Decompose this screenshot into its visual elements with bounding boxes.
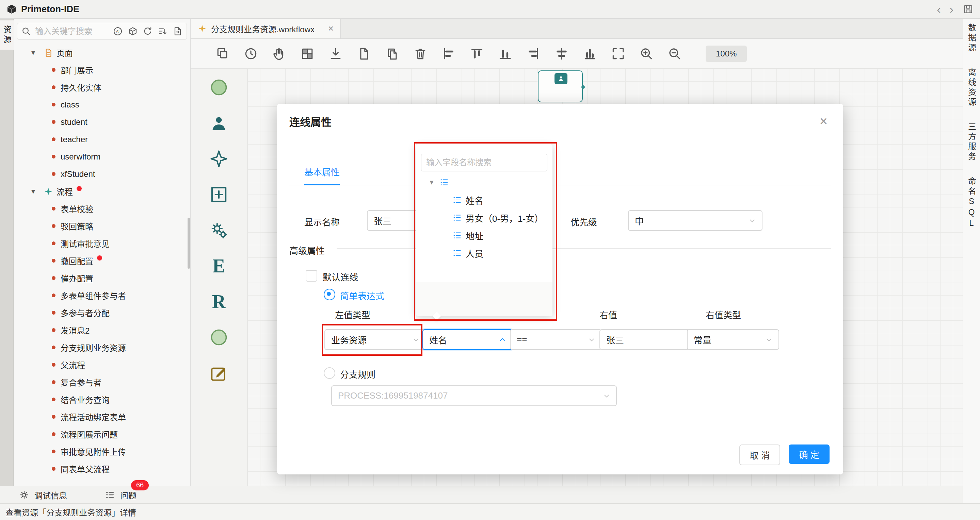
dialog-close-icon[interactable]: × bbox=[820, 114, 827, 129]
note-node[interactable] bbox=[206, 360, 231, 386]
cancel-button[interactable]: 取 消 bbox=[739, 444, 780, 465]
ok-button[interactable]: 确 定 bbox=[789, 444, 830, 464]
tree-item[interactable]: student bbox=[31, 113, 190, 131]
sort-icon[interactable] bbox=[157, 26, 168, 37]
tab-basic-properties[interactable]: 基本属性 bbox=[304, 165, 340, 185]
tree-item[interactable]: 结合业务查询 bbox=[31, 391, 190, 408]
checker-icon[interactable] bbox=[300, 46, 315, 61]
align-right-icon[interactable] bbox=[526, 46, 541, 61]
tree-item[interactable]: xfStudent bbox=[31, 165, 190, 182]
tree-group-页面[interactable]: ▾页面 bbox=[31, 44, 190, 61]
resource-node[interactable]: R bbox=[206, 289, 231, 314]
add-activity-node[interactable] bbox=[206, 182, 231, 207]
node-port[interactable] bbox=[581, 86, 585, 89]
branch-rule-radio[interactable] bbox=[324, 367, 335, 379]
end-event-node[interactable] bbox=[206, 325, 231, 350]
delete-icon[interactable] bbox=[413, 46, 428, 61]
tree-item[interactable]: teacher bbox=[31, 131, 190, 148]
tree-item[interactable]: 持久化实体 bbox=[31, 79, 190, 96]
default-line-checkbox[interactable] bbox=[305, 270, 317, 282]
debug-info-tab[interactable]: 调试信息 bbox=[34, 489, 67, 501]
start-event-node[interactable] bbox=[206, 75, 231, 100]
sidebar-scrollbar[interactable] bbox=[188, 218, 190, 269]
history-icon[interactable] bbox=[243, 46, 258, 61]
new-file-icon[interactable] bbox=[356, 46, 371, 61]
participant-flow-node[interactable] bbox=[538, 70, 583, 102]
tree-item[interactable]: 流程活动绑定表单 bbox=[31, 408, 190, 425]
save-icon[interactable] bbox=[962, 3, 974, 15]
align-left-icon[interactable] bbox=[441, 46, 456, 61]
tree-item[interactable]: 分支规则业务资源 bbox=[31, 339, 190, 356]
align-center-icon[interactable] bbox=[554, 46, 569, 61]
right-tab-离线资源[interactable]: 离线资源 bbox=[966, 68, 978, 108]
tree-item[interactable]: 多表单组件参与者 bbox=[31, 287, 190, 304]
fit-screen-icon[interactable] bbox=[611, 46, 626, 61]
left-value-select[interactable]: 姓名 bbox=[422, 329, 513, 350]
item-bullet-icon bbox=[52, 155, 56, 159]
left-type-select[interactable]: 业务资源 bbox=[325, 329, 426, 350]
right-tab-三方服务[interactable]: 三方服务 bbox=[966, 122, 978, 162]
caret-down-icon[interactable]: ▾ bbox=[31, 187, 40, 196]
editor-tab-active[interactable]: 分支规则业务资源.workflowx × bbox=[191, 19, 341, 38]
gateway-node[interactable] bbox=[206, 146, 231, 171]
field-tree-root[interactable]: ▾ bbox=[416, 173, 552, 191]
refresh-icon[interactable] bbox=[142, 26, 153, 37]
priority-select[interactable]: 中 bbox=[628, 210, 762, 231]
ai-icon[interactable]: AI bbox=[112, 26, 123, 37]
tree-item[interactable]: 父流程 bbox=[31, 356, 190, 373]
tree-item[interactable]: 流程图展示问题 bbox=[31, 425, 190, 443]
right-tab-命名SQL[interactable]: 命名SQL bbox=[966, 177, 978, 229]
zoom-out-icon[interactable] bbox=[667, 46, 682, 61]
align-top-icon[interactable] bbox=[469, 46, 484, 61]
operator-select[interactable]: == bbox=[510, 329, 602, 350]
align-bottom-icon[interactable] bbox=[498, 46, 513, 61]
tree-item[interactable]: 催办配置 bbox=[31, 270, 190, 287]
copy-icon[interactable] bbox=[215, 46, 230, 61]
package-icon[interactable] bbox=[127, 26, 138, 37]
simple-expression-radio[interactable] bbox=[324, 289, 335, 300]
tree-item[interactable]: 发消息2 bbox=[31, 321, 190, 339]
right-tab-数据源[interactable]: 数据源 bbox=[966, 24, 978, 53]
tree-item[interactable]: 表单校验 bbox=[31, 200, 190, 217]
field-option[interactable]: 男女（0-男，1-女） bbox=[416, 209, 552, 227]
tree-item[interactable]: 同表单父流程 bbox=[31, 460, 190, 477]
field-option[interactable]: 人员 bbox=[416, 244, 552, 262]
right-type-select[interactable]: 常量 bbox=[687, 329, 779, 350]
tree-item[interactable]: userwlform bbox=[31, 148, 190, 165]
workflow-file-icon bbox=[197, 24, 207, 33]
problems-tab[interactable]: 问题 66 bbox=[105, 489, 137, 501]
debug-gear-icon bbox=[19, 489, 30, 500]
field-option[interactable]: 地址 bbox=[416, 227, 552, 244]
item-bullet-icon bbox=[52, 120, 56, 124]
zoom-level[interactable]: 100% bbox=[706, 46, 747, 62]
sidebar-tab-resources[interactable]: 资源 bbox=[0, 21, 14, 50]
caret-down-icon[interactable]: ▾ bbox=[31, 48, 40, 57]
tab-close-icon[interactable]: × bbox=[328, 23, 334, 34]
entity-node[interactable]: E bbox=[206, 254, 231, 279]
tree-item[interactable]: 部门展示 bbox=[31, 61, 190, 79]
tree-group-流程[interactable]: ▾流程 bbox=[31, 182, 190, 200]
tree-item[interactable]: 测试审批意见 bbox=[31, 235, 190, 252]
zoom-in-icon[interactable] bbox=[639, 46, 654, 61]
right-value-input[interactable] bbox=[600, 329, 690, 350]
copy-file-icon[interactable] bbox=[385, 46, 399, 61]
field-search-input[interactable] bbox=[421, 154, 547, 171]
pan-icon[interactable] bbox=[272, 46, 286, 61]
nav-forward-icon[interactable]: › bbox=[950, 3, 953, 15]
field-option[interactable]: 姓名 bbox=[416, 191, 552, 209]
service-node[interactable] bbox=[206, 218, 231, 243]
search-input[interactable] bbox=[34, 26, 110, 36]
tree-item[interactable]: 复合参与者 bbox=[31, 373, 190, 391]
field-dropdown-panel: ▾姓名男女（0-男，1-女）地址人员 bbox=[416, 144, 552, 316]
bar-chart-icon[interactable] bbox=[582, 46, 597, 61]
participant-node[interactable] bbox=[206, 111, 231, 136]
export-icon[interactable] bbox=[172, 26, 183, 37]
tree-item[interactable]: 驳回策略 bbox=[31, 217, 190, 235]
tree-item[interactable]: 撤回配置 bbox=[31, 252, 190, 270]
tree-item[interactable]: 多参与者分配 bbox=[31, 304, 190, 321]
nav-back-icon[interactable]: ‹ bbox=[937, 3, 940, 15]
download-icon[interactable] bbox=[328, 46, 343, 61]
caret-down-icon[interactable]: ▾ bbox=[428, 178, 436, 187]
tree-item[interactable]: class bbox=[31, 96, 190, 113]
tree-item[interactable]: 审批意见附件上传 bbox=[31, 443, 190, 460]
